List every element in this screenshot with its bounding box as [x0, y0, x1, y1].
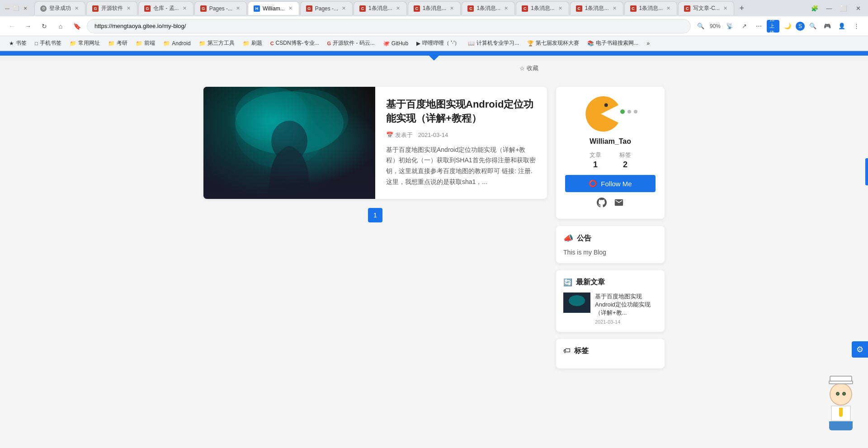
post-date-value: 2021-03-14: [418, 132, 448, 138]
bookmark-cup-label: 第七届发现杯大赛: [536, 39, 579, 47]
close-button[interactable]: ✕: [22, 5, 29, 12]
tab-4-close[interactable]: ✕: [235, 5, 241, 11]
github-link[interactable]: [597, 198, 607, 210]
bookmark-gitee[interactable]: G 开源软件 - 码云...: [324, 38, 378, 48]
post-excerpt: 基于百度地图实现Android定位功能实现（详解+教程）初始化（一）获取到SHA…: [386, 145, 536, 188]
bookmark-ebooks[interactable]: 📚 电子书籍搜索网...: [584, 38, 642, 48]
extensions-button[interactable]: 🧩: [808, 2, 821, 14]
account-button[interactable]: 👤: [835, 20, 848, 33]
tab-5-active[interactable]: H William... ✕: [248, 1, 299, 15]
tags-stat: 标签 2: [619, 151, 631, 170]
close-window-button[interactable]: ✕: [852, 2, 864, 14]
share-button[interactable]: ↗: [738, 20, 750, 33]
games-button[interactable]: 🎮: [821, 20, 834, 33]
forward-button[interactable]: →: [22, 20, 34, 33]
bookmark-github-icon: 🐙: [383, 40, 390, 47]
tab-10-close[interactable]: ✕: [557, 5, 563, 11]
restore-button[interactable]: ⬜: [837, 2, 850, 14]
bookmark-csdn[interactable]: C CSDN博客-专业...: [267, 38, 323, 48]
bookmark-bilibili[interactable]: ▶ 哔哩哔哩（ '·'）: [413, 38, 463, 48]
bookmark-common[interactable]: 📁 常用网址: [66, 38, 104, 48]
tab-3[interactable]: G 仓库 - 孟... ✕: [138, 1, 193, 15]
cast-button[interactable]: 📡: [723, 20, 736, 33]
recent-post-item[interactable]: 基于百度地图实现Android定位功能实现（详解+教... 2021-03-14: [563, 292, 657, 325]
minimize-button[interactable]: —: [4, 5, 11, 12]
bookmark-problems[interactable]: 📁 刷题: [239, 38, 266, 48]
tab-1-close[interactable]: ✕: [74, 5, 80, 11]
bookmark-cup[interactable]: 🏆 第七届发现杯大赛: [524, 38, 583, 48]
tab-8-label: 1条消息...: [423, 5, 447, 12]
tab-11[interactable]: C 1条消息... ✕: [570, 1, 623, 15]
search-bar-button[interactable]: 🔍: [807, 20, 819, 33]
articles-stat: 文章 1: [590, 151, 601, 170]
tab-13-close[interactable]: ✕: [722, 5, 728, 11]
username: William_Tao: [590, 137, 631, 146]
bookmark-problems-label: 刷题: [251, 39, 262, 47]
follow-button[interactable]: ⭕ Follow Me: [565, 175, 656, 192]
window-controls: — ⬜ ✕: [4, 5, 29, 12]
tab-2[interactable]: G 开源软件 ✕: [86, 1, 137, 15]
dark-mode-button[interactable]: 🌙: [781, 20, 794, 33]
bookmark-tools[interactable]: 📁 第三方工具: [195, 38, 238, 48]
tab-8[interactable]: C 1条消息... ✕: [408, 1, 461, 15]
page-1-button[interactable]: 1: [368, 208, 382, 222]
tab-2-close[interactable]: ✕: [126, 5, 132, 11]
bookmark-cs-study[interactable]: 📖 计算机专业学习...: [464, 38, 523, 48]
bookmark-mobile-icon: □: [35, 40, 38, 47]
bookmark-folder-icon-android: 📁: [163, 40, 170, 47]
tab-6[interactable]: G Pages -... ✕: [300, 1, 353, 15]
bookmark-android[interactable]: 📁 Android: [160, 39, 194, 47]
tab-4[interactable]: G Pages -... ✕: [194, 1, 247, 15]
menu-button[interactable]: ⋮: [850, 20, 863, 33]
tab-7-close[interactable]: ✕: [395, 5, 401, 11]
tab-10[interactable]: C 1条消息... ✕: [516, 1, 569, 15]
char-eye-right: [842, 392, 846, 396]
profile-card: William_Tao 文章 1 标签 2 ⭕ Follow Me: [556, 87, 665, 219]
s-icon[interactable]: S: [796, 22, 805, 31]
maximize-button[interactable]: ⬜: [13, 5, 20, 12]
announcement-icon: 📣: [563, 233, 573, 243]
tab-12[interactable]: C 1条消息... ✕: [624, 1, 678, 15]
new-tab-button[interactable]: +: [735, 1, 749, 15]
tab-11-label: 1条消息...: [585, 5, 609, 12]
tab-11-close[interactable]: ✕: [612, 5, 618, 11]
tab-6-close[interactable]: ✕: [341, 5, 347, 11]
tab-7[interactable]: C 1条消息... ✕: [354, 1, 407, 15]
tab-3-close[interactable]: ✕: [182, 5, 188, 11]
tab-13[interactable]: C 写文章-C... ✕: [678, 1, 734, 15]
tab-8-close[interactable]: ✕: [449, 5, 455, 11]
tab-1[interactable]: ⊙ 登录成功 ✕: [34, 1, 85, 15]
url-bar[interactable]: https://mengtaoya.gitee.io/my-blog/: [87, 19, 691, 33]
tab-3-label: 仓库 - 孟...: [153, 5, 179, 12]
tab-9-close[interactable]: ✕: [503, 5, 509, 11]
tags-title: 标签: [574, 346, 589, 356]
tab-5-close[interactable]: ✕: [288, 5, 293, 11]
title-bar: — ⬜ ✕ ⊙ 登录成功 ✕ G 开源软件 ✕ G 仓库 - 孟... ✕: [0, 0, 868, 16]
bookmark-bookmarks[interactable]: ★ 书签: [5, 38, 30, 48]
bookmark-page-button[interactable]: 🔖: [71, 20, 83, 33]
bookmark-research[interactable]: 📁 考研: [104, 38, 131, 48]
more-share-button[interactable]: ⋯: [752, 20, 765, 33]
bookmark-github[interactable]: 🐙 GitHub: [379, 39, 412, 47]
post-image-svg: [203, 87, 375, 199]
search-icon[interactable]: 🔍: [694, 20, 707, 33]
reload-button[interactable]: ↻: [38, 20, 51, 33]
tab-4-label: Pages -...: [209, 5, 232, 12]
char-hat: [830, 376, 852, 383]
email-link[interactable]: [614, 198, 624, 210]
char-torso: [831, 406, 851, 421]
bookmark-more[interactable]: »: [643, 39, 653, 47]
bookmark-frontend[interactable]: 📁 前端: [132, 38, 159, 48]
minimize-window-button[interactable]: —: [823, 2, 835, 14]
bookmark-mobile[interactable]: □ 手机书签: [31, 38, 65, 48]
superpower-button[interactable]: 拍上传: [767, 20, 779, 33]
tags-card: 🏷 标签: [556, 339, 665, 368]
scroll-indicator[interactable]: [865, 158, 868, 185]
char-skirt: [829, 421, 853, 430]
bookmark-label: 收藏: [527, 64, 538, 72]
settings-fab-button[interactable]: ⚙: [852, 341, 868, 358]
home-button[interactable]: ⌂: [54, 20, 67, 33]
tab-12-close[interactable]: ✕: [665, 5, 671, 11]
back-button[interactable]: ←: [5, 20, 18, 33]
tab-9[interactable]: C 1条消息... ✕: [462, 1, 515, 15]
